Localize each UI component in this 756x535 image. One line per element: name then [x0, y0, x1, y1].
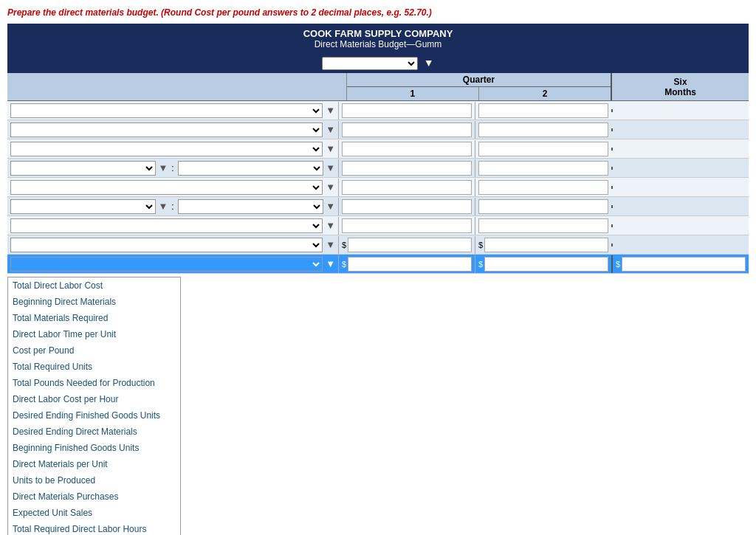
- table-row: ▼: [7, 101, 749, 120]
- dropdown-item-3[interactable]: Direct Labor Time per Unit: [8, 326, 180, 342]
- dropdown-item-9[interactable]: Desired Ending Direct Materials: [8, 424, 180, 440]
- dropdown-item-14[interactable]: Expected Unit Sales: [8, 505, 180, 521]
- dropdown-item-11[interactable]: Direct Materials per Unit: [8, 456, 180, 472]
- quarter-header: Quarter: [347, 73, 611, 87]
- row4-select-right[interactable]: [178, 161, 323, 176]
- budget-table: COOK FARM SUPPLY COMPANY Direct Material…: [7, 24, 749, 274]
- row6-select-right[interactable]: [178, 199, 323, 214]
- row4-select-left[interactable]: [10, 161, 156, 176]
- table-row: ▼: [7, 120, 749, 139]
- dropdown-item-4[interactable]: Cost per Pound: [8, 342, 180, 359]
- row2-q1-input[interactable]: [342, 122, 472, 137]
- row1-select[interactable]: [10, 103, 323, 118]
- dropdown-item-2[interactable]: Total Materials Required: [8, 310, 180, 326]
- dropdown-item-10[interactable]: Beginning Finished Goods Units: [8, 440, 180, 456]
- row6-q1-input[interactable]: [342, 199, 472, 214]
- row5-q2-input[interactable]: [478, 180, 608, 195]
- row3-q2-input[interactable]: [478, 142, 608, 156]
- row2-q2-input[interactable]: [478, 122, 608, 137]
- dropdown-item-5[interactable]: Total Required Units: [8, 359, 180, 375]
- dollar-sign: $: [342, 241, 346, 249]
- dropdown-list: Total Direct Labor CostBeginning Direct …: [7, 277, 181, 535]
- row7-select[interactable]: [10, 218, 323, 233]
- table-row: ▼ $ $: [7, 235, 749, 255]
- row7-q1-input[interactable]: [342, 218, 472, 233]
- row5-q1-input[interactable]: [342, 180, 472, 195]
- q2-header: 2: [479, 87, 611, 100]
- row7-q2-input[interactable]: [478, 218, 608, 233]
- row4-q2-input[interactable]: [478, 161, 608, 176]
- dollar-sign: $: [478, 241, 483, 249]
- dropdown-item-12[interactable]: Units to be Produced: [8, 472, 180, 489]
- instruction-static: Prepare the direct materials budget.: [7, 7, 159, 18]
- table-row: ▼ $ $ $: [7, 255, 749, 274]
- six-months-header: Six Months: [611, 73, 749, 100]
- row5-select[interactable]: [10, 180, 323, 195]
- header-dropdown-row: ▼: [7, 54, 749, 73]
- row6-q2-input[interactable]: [478, 199, 608, 214]
- instruction-text: Prepare the direct materials budget. (Ro…: [7, 7, 749, 18]
- company-name: COOK FARM SUPPLY COMPANY: [10, 28, 746, 39]
- dollar-sign: $: [616, 260, 620, 269]
- dropdown-item-1[interactable]: Beginning Direct Materials: [8, 294, 180, 310]
- row3-select[interactable]: [10, 142, 323, 156]
- row6-select-left[interactable]: [10, 199, 156, 214]
- table-row: ▼: [7, 139, 749, 159]
- row9-q2-input[interactable]: [484, 257, 608, 272]
- table-row: ▼: [7, 178, 749, 197]
- dollar-sign: $: [342, 260, 346, 269]
- table-row: ▼ : ▼: [7, 197, 749, 216]
- instruction-bold: (Round Cost per pound answers to 2 decim…: [161, 7, 432, 18]
- budget-title: Direct Materials Budget—Gumm: [10, 39, 746, 49]
- row1-q2-input[interactable]: [478, 103, 608, 118]
- row9-six-input[interactable]: [622, 257, 746, 272]
- dropdown-item-8[interactable]: Desired Ending Finished Goods Units: [8, 407, 180, 424]
- row2-select[interactable]: [10, 122, 323, 137]
- row8-q1-input[interactable]: [348, 238, 472, 252]
- row1-q1-input[interactable]: [342, 103, 472, 118]
- dropdown-item-0[interactable]: Total Direct Labor Cost: [8, 277, 180, 294]
- dropdown-item-15[interactable]: Total Required Direct Labor Hours: [8, 521, 180, 535]
- dropdown-item-13[interactable]: Direct Materials Purchases: [8, 489, 180, 505]
- row8-q2-input[interactable]: [484, 238, 608, 252]
- header-select[interactable]: [322, 57, 418, 70]
- dropdown-item-6[interactable]: Total Pounds Needed for Production: [8, 375, 180, 391]
- dollar-sign: $: [478, 260, 483, 269]
- dropdown-item-7[interactable]: Direct Labor Cost per Hour: [8, 391, 180, 407]
- row4-q1-input[interactable]: [342, 161, 472, 176]
- row3-q1-input[interactable]: [342, 142, 472, 156]
- table-row: ▼: [7, 216, 749, 235]
- row9-select[interactable]: [10, 257, 323, 272]
- table-row: ▼ : ▼: [7, 159, 749, 178]
- row9-q1-input[interactable]: [348, 257, 472, 272]
- table-header: COOK FARM SUPPLY COMPANY Direct Material…: [7, 24, 749, 54]
- q1-header: 1: [347, 87, 479, 100]
- row8-select[interactable]: [10, 238, 323, 252]
